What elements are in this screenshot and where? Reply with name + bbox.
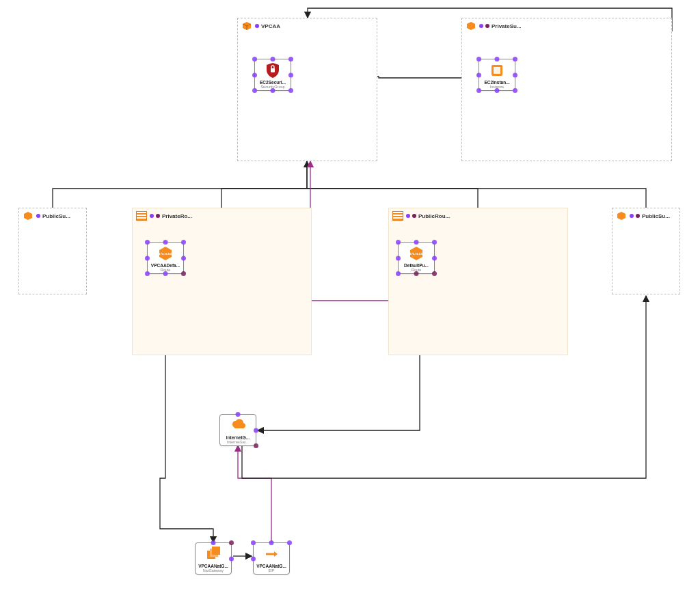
node-label: VPCAADefa...: [149, 263, 182, 268]
edge-publicrou-to-vpcaa: [307, 189, 478, 208]
node-label: InternetG...: [221, 435, 254, 440]
node-sublabel: NatGateway: [197, 568, 230, 573]
anchor-dot: [479, 24, 483, 28]
nat-gateway-icon: [204, 545, 222, 563]
internet-gateway-icon: [229, 417, 247, 435]
anchor-dot: [412, 214, 416, 218]
node-default-public-route[interactable]: 172.16.0.0 DefaultPu... Route: [398, 242, 435, 274]
edge-eip-to-igw: [238, 445, 271, 542]
node-sublabel: InternetGat...: [221, 440, 254, 444]
node-ec2-instance[interactable]: EC2Instan... Instance: [479, 59, 515, 91]
ec2-instance-icon: [488, 61, 506, 79]
aws-subnet-icon: [22, 210, 34, 222]
anchor-dot: [636, 214, 640, 218]
anchor-dot: [255, 24, 259, 28]
edge-privaterou-to-vpcaa: [221, 161, 307, 208]
container-publicsu-left[interactable]: PublicSu...: [18, 208, 87, 294]
node-sublabel: Route: [149, 268, 182, 272]
node-eip[interactable]: VPCAANatG... EIP: [253, 542, 290, 575]
route-table-icon: [135, 210, 148, 222]
anchor-dot: [406, 214, 410, 218]
node-vpcaa-default-route[interactable]: 172.16.0.0 VPCAADefa... Route: [147, 242, 184, 274]
anchor-dot: [150, 214, 154, 218]
svg-text:172.16.0.0: 172.16.0.0: [159, 252, 173, 256]
node-label: EC2Securi...: [256, 80, 289, 85]
anchor-dot: [485, 24, 489, 28]
node-security-group[interactable]: EC2Securi... SecurityGroup: [254, 59, 291, 91]
node-nat-gateway[interactable]: VPCAANatG... NatGateway: [195, 542, 232, 575]
eip-icon: [262, 545, 280, 563]
container-publicrou[interactable]: PublicRou...: [388, 208, 568, 355]
node-internet-gateway[interactable]: InternetG... InternetGat...: [219, 414, 256, 446]
container-label: PrivateRo...: [162, 213, 192, 219]
svg-rect-0: [271, 68, 275, 72]
anchor-dot: [36, 214, 40, 218]
node-sublabel: EIP: [255, 568, 288, 573]
aws-subnet-icon: [465, 20, 477, 32]
anchor-dot: [630, 214, 634, 218]
route-icon: 172.16.0.0: [157, 245, 174, 262]
aws-vpc-icon: [241, 20, 253, 32]
node-label: VPCAANatG...: [255, 564, 288, 568]
node-sublabel: Instance: [481, 85, 513, 89]
node-label: DefaultPu...: [400, 263, 433, 268]
container-label: PublicRou...: [418, 213, 450, 219]
node-label: VPCAANatG...: [197, 564, 230, 568]
route-table-icon: [392, 210, 404, 222]
container-label: VPCAA: [261, 23, 280, 29]
container-label: PublicSu...: [642, 213, 670, 219]
node-sublabel: SecurityGroup: [256, 85, 289, 89]
route-icon: 172.16.0.0: [407, 245, 425, 262]
aws-subnet-icon: [615, 210, 628, 222]
container-label: PrivateSu...: [492, 23, 522, 29]
container-label: PublicSu...: [42, 213, 70, 219]
svg-rect-7: [212, 547, 220, 555]
node-sublabel: Route: [400, 268, 433, 272]
container-privaterou[interactable]: PrivateRo...: [132, 208, 312, 355]
container-publicsu-right[interactable]: PublicSu...: [612, 208, 680, 294]
edge-publicsur-to-vpcaa: [307, 189, 646, 208]
svg-rect-2: [494, 67, 500, 74]
anchor-dot: [156, 214, 160, 218]
shield-lock-icon: [264, 61, 282, 79]
svg-text:172.16.0.0: 172.16.0.0: [410, 252, 424, 256]
node-label: EC2Instan...: [481, 80, 513, 85]
edge-publicsul-to-vpcaa: [53, 161, 307, 208]
